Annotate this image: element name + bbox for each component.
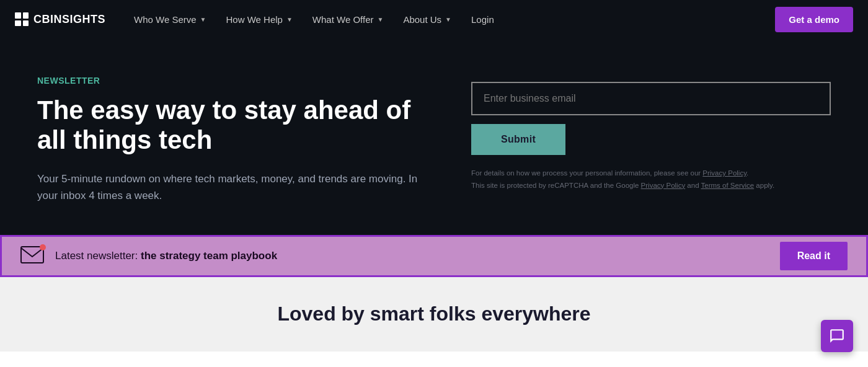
- bottom-title: Loved by smart folks everywhere: [265, 278, 603, 350]
- logo-text: CBINSIGHTS: [33, 13, 105, 26]
- bottom-section: Loved by smart folks everywhere: [0, 277, 868, 352]
- chevron-down-icon: ▼: [286, 16, 293, 23]
- nav-item-about-us[interactable]: About Us ▼: [394, 9, 460, 30]
- chat-icon: [829, 328, 845, 344]
- nav-item-how-we-help[interactable]: How We Help ▼: [218, 9, 301, 30]
- read-it-button[interactable]: Read it: [780, 242, 848, 270]
- section-label: Newsletter: [37, 76, 422, 86]
- banner-text: Latest newsletter: the strategy team pla…: [55, 250, 769, 262]
- navbar: CBINSIGHTS Who We Serve ▼ How We Help ▼ …: [0, 0, 868, 38]
- privacy-policy-link[interactable]: Privacy Policy: [702, 169, 746, 177]
- chevron-down-icon: ▼: [200, 16, 206, 23]
- newsletter-banner: Latest newsletter: the strategy team pla…: [0, 235, 868, 277]
- chevron-down-icon: ▼: [378, 16, 384, 23]
- nav-item-what-we-offer[interactable]: What We Offer ▼: [304, 9, 392, 30]
- terms-of-service-link[interactable]: Terms of Service: [701, 182, 755, 189]
- nav-item-who-we-serve[interactable]: Who We Serve ▼: [125, 9, 215, 30]
- hero-title: The easy way to stay ahead of all things…: [37, 95, 422, 156]
- chat-button[interactable]: [821, 320, 853, 352]
- envelope-icon: [20, 246, 44, 266]
- hero-subtitle: Your 5-minute rundown on where tech mark…: [37, 170, 422, 204]
- get-demo-button[interactable]: Get a demo: [775, 7, 853, 32]
- hero-left: Newsletter The easy way to stay ahead of…: [37, 76, 422, 204]
- logo-grid-icon: [15, 12, 29, 26]
- email-input[interactable]: [471, 82, 831, 115]
- notification-dot: [40, 244, 46, 250]
- login-link[interactable]: Login: [463, 9, 503, 30]
- submit-button[interactable]: Submit: [471, 124, 565, 155]
- hero-right: Submit For details on how we process you…: [471, 76, 831, 192]
- privacy-text: For details on how we process your perso…: [471, 167, 831, 192]
- nav-items: Who We Serve ▼ How We Help ▼ What We Off…: [125, 9, 765, 30]
- logo[interactable]: CBINSIGHTS: [15, 12, 105, 26]
- hero-section: Newsletter The easy way to stay ahead of…: [0, 38, 868, 235]
- google-privacy-link[interactable]: Privacy Policy: [641, 182, 686, 189]
- chevron-down-icon: ▼: [445, 16, 451, 23]
